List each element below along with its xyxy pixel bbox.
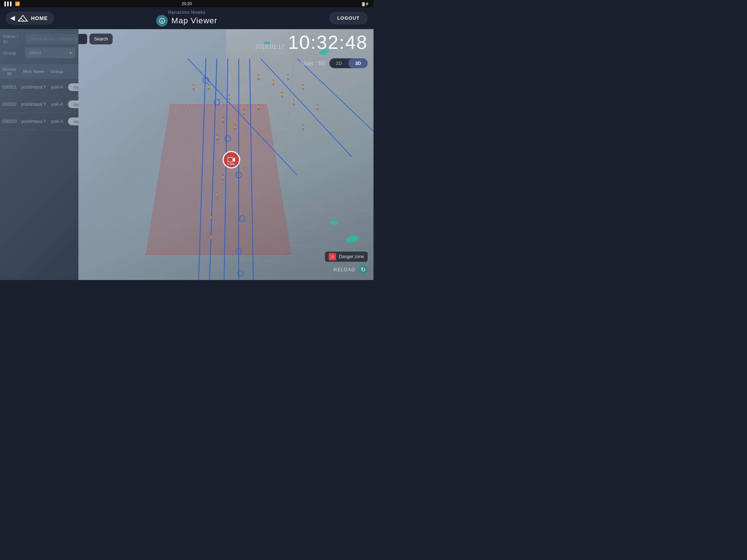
person-icon-11: 🚶	[226, 94, 232, 100]
live-camera-icon	[227, 157, 235, 163]
col-group: Group	[49, 64, 66, 79]
person-icon-13: 🚶	[314, 104, 321, 110]
mountain-icon	[18, 15, 28, 22]
nameid-input[interactable]	[25, 34, 87, 44]
person-icon-17: 🚶	[220, 175, 226, 180]
person-icon-15: 🚶	[214, 135, 220, 140]
danger-zone-label: Danger zone	[339, 254, 364, 259]
log-button[interactable]: log	[68, 117, 78, 125]
date-string: 2018.01.17	[255, 44, 285, 50]
header-center: Hanazono Niseko Map Viewer	[156, 10, 217, 27]
time-string: 10:32:48	[288, 33, 368, 52]
cell-log: log	[66, 113, 78, 130]
chevron-down-icon: ▾	[69, 50, 72, 56]
group-filter-row: Group Select ▾	[3, 47, 76, 58]
nameid-filter-row: Name / ID Search	[3, 34, 76, 44]
filter-section: Name / ID Search Group Select ▾	[0, 29, 78, 64]
person-icon-1: 🚶	[190, 84, 197, 90]
person-icon-5: 🚶	[285, 74, 291, 80]
person-icon-20: 🚶	[208, 235, 214, 241]
map-viewer-icon	[156, 15, 168, 27]
cell-log: log	[66, 96, 78, 113]
danger-zone-icon: ⚠	[329, 253, 336, 260]
signal-icons: ▌▌▌ 📶	[4, 1, 20, 6]
person-icon-9: 🚶	[255, 104, 262, 110]
person-icon-2: 🚶	[205, 84, 212, 90]
info-panel: 2018.01.17 [sun] 10:32:48 User : 50 2D 3…	[255, 33, 368, 68]
battery-icon: ▓⚡	[362, 2, 369, 6]
svg-marker-3	[161, 19, 163, 21]
cell-device-id: 000001	[0, 79, 19, 96]
device-table-container: Device ID Nick Name Group 000001 yoshima…	[0, 64, 78, 280]
status-bar: ▌▌▌ 📶 20:20 ▓⚡	[0, 0, 374, 7]
table-row[interactable]: 000002 yoshimasa.Y yuki-A log	[0, 96, 78, 113]
home-label: HOME	[31, 15, 48, 21]
user-row: User : 50 2D 3D	[301, 58, 368, 68]
view-toggle: 2D 3D	[329, 58, 368, 68]
person-icon-8: 🚶	[291, 100, 297, 105]
header-subtitle: Hanazono Niseko	[168, 10, 205, 15]
nameid-label: Name / ID	[3, 34, 23, 44]
cell-group: yuki-A	[49, 96, 66, 113]
datetime-display: 2018.01.17 [sun] 10:32:48	[255, 33, 368, 56]
log-button[interactable]: log	[68, 83, 78, 91]
main-layout: Name / ID Search Group Select ▾ Device I…	[0, 29, 374, 280]
wifi-icon: 📶	[15, 1, 20, 6]
person-icon-6: 🚶	[300, 84, 306, 90]
cell-nick-name: yoshimasa.Y	[19, 79, 49, 96]
person-icon-4: 🚶	[270, 79, 276, 85]
person-icon-18: 🚶	[214, 192, 220, 198]
day-string: [sun]	[273, 50, 284, 56]
group-select-value: Select	[29, 50, 41, 55]
back-arrow-icon: ◀	[10, 15, 15, 22]
search-button[interactable]: Search	[89, 34, 113, 44]
bottom-right-controls: ⚠ Danger zone RELOAD ↻	[325, 252, 368, 274]
person-icon-19: 🚶	[208, 215, 214, 221]
toggle-2d-button[interactable]: 2D	[329, 58, 349, 68]
live-label: LIVE	[228, 163, 235, 166]
person-icon-21: 🚶	[300, 124, 306, 130]
cell-group: yuki-A	[49, 113, 66, 130]
reload-row: RELOAD ↻	[334, 265, 368, 274]
header: ◀ HOME Hanazono Niseko Map Viewer LOGOUT	[0, 7, 374, 29]
left-panel: Name / ID Search Group Select ▾ Device I…	[0, 29, 78, 280]
svg-marker-4	[161, 21, 163, 23]
logout-button[interactable]: LOGOUT	[329, 12, 368, 24]
person-icon-10: 🚶	[241, 109, 247, 115]
col-device-id: Device ID	[0, 64, 19, 79]
log-button[interactable]: log	[68, 100, 78, 108]
toggle-3d-button[interactable]: 3D	[348, 58, 368, 68]
col-action	[66, 64, 78, 79]
header-title: Map Viewer	[171, 16, 217, 26]
cell-device-id: 000003	[0, 113, 19, 130]
table-header: Device ID Nick Name Group	[0, 64, 78, 79]
cell-group: yuki-A	[49, 79, 66, 96]
col-nick-name: Nick Name	[19, 64, 49, 79]
person-icon-3: 🚶	[255, 74, 262, 80]
reload-button[interactable]: ↻	[358, 265, 368, 274]
svg-rect-20	[228, 158, 233, 162]
danger-zone-legend: ⚠ Danger zone	[325, 252, 368, 262]
svg-marker-21	[233, 158, 235, 162]
reload-label: RELOAD	[334, 267, 355, 272]
person-icon-7: 🚶	[279, 92, 285, 98]
table-row[interactable]: 000001 yoshimasa.Y yuki-A log	[0, 79, 78, 96]
cell-nick-name: yoshimasa.Y	[19, 96, 49, 113]
person-icon-14: 🚶	[232, 124, 238, 130]
cellular-icon: ▌▌▌	[4, 1, 13, 6]
cell-device-id: 000002	[0, 96, 19, 113]
status-time: 20:20	[182, 1, 192, 6]
live-badge: LIVE	[222, 151, 240, 168]
date-info: 2018.01.17 [sun]	[255, 44, 285, 56]
device-table: Device ID Nick Name Group 000001 yoshima…	[0, 64, 78, 130]
user-count-label: User : 50	[301, 60, 325, 67]
header-title-row: Map Viewer	[156, 15, 217, 27]
table-row[interactable]: 000003 yoshimasa.Y yuki-A log	[0, 113, 78, 130]
person-icon-12: 🚶	[220, 117, 226, 123]
cell-log: log	[66, 79, 78, 96]
compass-icon	[159, 18, 165, 24]
group-select[interactable]: Select ▾	[25, 47, 76, 58]
home-button[interactable]: ◀ HOME	[6, 12, 54, 25]
map-area: 🚶 🚶 🚶 🚶 🚶 🚶 🚶 🚶 🚶 🚶 🚶 🚶 🚶 🚶 🚶 🚶 🚶 🚶 🚶 🚶 …	[78, 29, 374, 280]
table-body: 000001 yoshimasa.Y yuki-A log 000002 yos…	[0, 79, 78, 130]
